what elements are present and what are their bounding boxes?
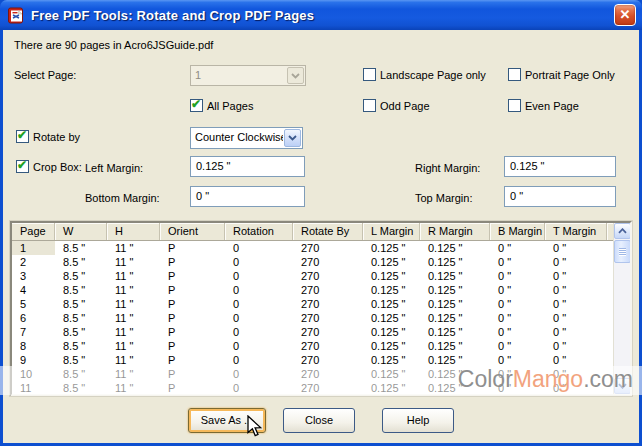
- table-cell: 8.5 ": [55, 311, 107, 325]
- table-cell: 270: [293, 353, 363, 367]
- checkbox-rotate-by[interactable]: Rotate by: [16, 130, 80, 143]
- pages-table[interactable]: PageWHOrientRotationRotate ByL MarginR M…: [10, 221, 632, 396]
- table-row[interactable]: 118.5 "11 "P02700.125 "0.125 "0 "0 ": [12, 381, 613, 394]
- table-cell: 11 ": [107, 297, 160, 311]
- table-cell: 0 ": [490, 367, 545, 381]
- check-icon: [16, 130, 29, 143]
- left-margin-input[interactable]: 0.125 ": [190, 156, 305, 177]
- table-cell: 0 ": [545, 311, 607, 325]
- table-cell: 0.125 ": [420, 353, 490, 367]
- table-cell: 0 ": [490, 325, 545, 339]
- table-cell: 3: [12, 269, 55, 283]
- table-row[interactable]: 98.5 "11 "P02700.125 "0.125 "0 "0 ": [12, 353, 613, 367]
- table-cell: 0 ": [545, 339, 607, 353]
- table-cell: 0 ": [545, 297, 607, 311]
- checkbox-odd-page[interactable]: Odd Page: [363, 99, 430, 112]
- table-cell: 0.125 ": [420, 367, 490, 381]
- table-cell: P: [160, 325, 225, 339]
- table-row[interactable]: 68.5 "11 "P02700.125 "0.125 "0 "0 ": [12, 311, 613, 325]
- checkbox-label: Landscape Page only: [380, 69, 486, 81]
- checkbox-box: [508, 68, 521, 81]
- table-cell: P: [160, 297, 225, 311]
- title-bar[interactable]: Free PDF Tools: Rotate and Crop PDF Page…: [0, 0, 642, 30]
- table-cell: 8.5 ": [55, 269, 107, 283]
- table-cell: 8.5 ": [55, 297, 107, 311]
- close-icon[interactable]: [614, 4, 636, 26]
- vertical-scrollbar[interactable]: [613, 223, 630, 394]
- column-header[interactable]: Orient: [160, 223, 225, 240]
- table-cell: 0 ": [545, 283, 607, 297]
- table-cell: 270: [293, 367, 363, 381]
- check-icon: [190, 99, 203, 112]
- table-cell: 0 ": [490, 339, 545, 353]
- table-cell: 0 ": [490, 283, 545, 297]
- table-cell: 0 ": [490, 381, 545, 394]
- window-title: Free PDF Tools: Rotate and Crop PDF Page…: [31, 8, 614, 23]
- table-cell: 0 ": [545, 353, 607, 367]
- checkbox-crop-box[interactable]: Crop Box:: [16, 160, 82, 173]
- table-cell: 0 ": [490, 297, 545, 311]
- checkbox-landscape-only[interactable]: Landscape Page only: [363, 68, 486, 81]
- checkbox-portrait-only[interactable]: Portrait Page Only: [508, 68, 615, 81]
- table-row[interactable]: 78.5 "11 "P02700.125 "0.125 "0 "0 ": [12, 325, 613, 339]
- table-cell: 5: [12, 297, 55, 311]
- column-header[interactable]: H: [107, 223, 160, 240]
- table-cell: 0 ": [490, 311, 545, 325]
- scroll-down-icon[interactable]: [614, 378, 631, 394]
- select-page-label: Select Page:: [14, 69, 76, 81]
- checkbox-box: [363, 68, 376, 81]
- checkbox-all-pages[interactable]: All Pages: [190, 99, 253, 112]
- right-margin-label: Right Margin:: [415, 162, 480, 174]
- column-header[interactable]: L Margin: [363, 223, 420, 240]
- table-cell: 0 ": [545, 269, 607, 283]
- table-cell: 0.125 ": [420, 255, 490, 269]
- column-header[interactable]: Rotation: [225, 223, 293, 240]
- column-header[interactable]: T Margin: [545, 223, 607, 240]
- table-cell: 0 ": [545, 381, 607, 394]
- scroll-up-icon[interactable]: [614, 223, 631, 239]
- table-row[interactable]: 38.5 "11 "P02700.125 "0.125 "0 "0 ": [12, 269, 613, 283]
- column-header[interactable]: R Margin: [420, 223, 490, 240]
- rotate-direction-combobox[interactable]: Counter Clockwise: [190, 127, 303, 149]
- checkbox-label: All Pages: [207, 100, 253, 112]
- checkbox-even-page[interactable]: Even Page: [508, 99, 579, 112]
- column-header[interactable]: B Margin: [490, 223, 545, 240]
- column-header[interactable]: Page: [12, 223, 55, 240]
- chevron-down-icon[interactable]: [284, 129, 301, 147]
- table-cell: 0.125 ": [420, 381, 490, 394]
- table-cell: 0.125 ": [363, 283, 420, 297]
- table-row[interactable]: 48.5 "11 "P02700.125 "0.125 "0 "0 ": [12, 283, 613, 297]
- table-cell: 0: [225, 381, 293, 394]
- save-as-button[interactable]: Save As ...: [188, 408, 266, 433]
- table-cell: 8: [12, 339, 55, 353]
- table-cell: 0: [225, 283, 293, 297]
- top-margin-label: Top Margin:: [415, 192, 472, 204]
- bottom-margin-input[interactable]: 0 ": [190, 186, 305, 207]
- table-cell: 0.125 ": [363, 269, 420, 283]
- table-cell: 0.125 ": [363, 353, 420, 367]
- right-margin-input[interactable]: 0.125 ": [504, 156, 616, 177]
- column-header[interactable]: Rotate By: [293, 223, 363, 240]
- table-cell: 0.125 ": [420, 241, 490, 255]
- table-cell: 8.5 ": [55, 255, 107, 269]
- close-button[interactable]: Close: [283, 408, 355, 433]
- table-row[interactable]: 28.5 "11 "P02700.125 "0.125 "0 "0 ": [12, 255, 613, 269]
- checkbox-label: Even Page: [525, 100, 579, 112]
- table-cell: 8.5 ": [55, 353, 107, 367]
- table-cell: 0.125 ": [420, 269, 490, 283]
- table-cell: 270: [293, 241, 363, 255]
- table-body: 18.5 "11 "P02700.125 "0.125 "0 "0 "28.5 …: [12, 241, 613, 394]
- column-header[interactable]: W: [55, 223, 107, 240]
- table-row[interactable]: 108.5 "11 "P02700.125 "0.125 "0 "0 ": [12, 367, 613, 381]
- table-cell: 0: [225, 353, 293, 367]
- table-cell: 0 ": [490, 241, 545, 255]
- table-cell: 0.125 ": [420, 297, 490, 311]
- table-cell: 8.5 ": [55, 325, 107, 339]
- table-cell: 0: [225, 339, 293, 353]
- scrollbar-thumb[interactable]: [614, 240, 631, 263]
- top-margin-input[interactable]: 0 ": [504, 186, 616, 207]
- table-row[interactable]: 58.5 "11 "P02700.125 "0.125 "0 "0 ": [12, 297, 613, 311]
- help-button[interactable]: Help: [382, 408, 454, 433]
- table-row[interactable]: 88.5 "11 "P02700.125 "0.125 "0 "0 ": [12, 339, 613, 353]
- table-row[interactable]: 18.5 "11 "P02700.125 "0.125 "0 "0 ": [12, 241, 613, 255]
